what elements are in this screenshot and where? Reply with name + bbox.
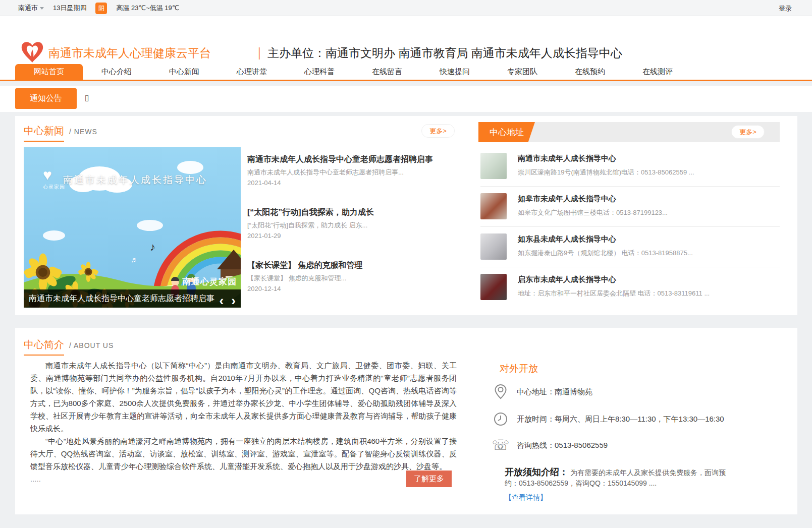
news-item-title: [“太阳花”行动]自我探索，助力成长 [247, 207, 462, 218]
nav-tab-psych-lecture[interactable]: 心理讲堂 [218, 64, 286, 80]
address-detail: 如东掘港泰山路9号（规划馆北楼） 电话：0513-81958875... [518, 249, 693, 258]
open-info-section: 对外开放 中心地址：南通博物苑 开放时间：每周六、周日上午 [478, 328, 786, 514]
news-item-date: 2020-12-14 [247, 285, 462, 292]
news-section-header: 中心新闻 / NEWS [24, 124, 97, 142]
notice-strip: 通知公告 ▯ [0, 86, 812, 112]
site-title: 南通市未成年人心理健康云平台 [48, 45, 211, 61]
news-address-card: 中心新闻 / NEWS 更多> [15, 116, 797, 315]
open-hours-text: 开放时间：每周六、周日上午8:30—11:30，下午13:30—16:30 [517, 415, 724, 424]
nav-tab-online-booking[interactable]: 在线预约 [556, 64, 624, 80]
banner-logo: ♥ 心灵家园 [43, 167, 65, 191]
login-link[interactable]: 登录 [779, 4, 792, 13]
address-name: 启东市未成年人成长指导中心 [518, 275, 710, 284]
open-notice-block: 开放须知介绍： 为有需要的未成年人及家长提供免费服务，面询预约：0513-850… [505, 467, 733, 489]
carousel-arrows: ‹ › [219, 293, 238, 308]
nav-tab-expert-team[interactable]: 专家团队 [489, 64, 556, 80]
news-more-button[interactable]: 更多> [421, 124, 455, 138]
notice-ticker-text: ▯ [85, 93, 89, 102]
site-header: 南通市未成年人心理健康云平台 ｜ 主办单位：南通市文明办 南通市教育局 南通市未… [0, 16, 812, 64]
carousel-caption[interactable]: 南通市未成年人成长指导中心童老师志愿者招聘启事 [24, 289, 241, 308]
about-section-title: 中心简介 [24, 338, 64, 356]
address-item[interactable]: 启东市未成年人成长指导中心 地址：启东市和平一村社区居委会北隔壁 电话：0513… [480, 267, 780, 307]
address-header-bar: 中心地址 更多> [478, 122, 780, 142]
about-section-header: 中心简介 / ABOUT US [24, 338, 114, 356]
city-label: 南通市 [18, 4, 38, 13]
nav-tab-quick-question[interactable]: 快速提问 [421, 64, 489, 80]
topbar-left: 南通市 13日星期四 阴 高温 23℃~低温 19℃ [18, 0, 179, 16]
nav-tab-center-news[interactable]: 中心新闻 [150, 64, 218, 80]
news-item[interactable]: 南通市未成年人成长指导中心童老师志愿者招聘启事 南通市未成年人成长指导中心童老师… [247, 154, 462, 187]
news-section-title: 中心新闻 [24, 124, 64, 142]
telephone-icon: ☏ [493, 437, 509, 454]
temperature-label: 高温 23℃~低温 19℃ [116, 4, 179, 13]
news-carousel[interactable]: ♪ ♬ ♥ 心灵家园 南通市未成年人成长指导中心 南通心灵家园 南通市未成年人成… [24, 147, 241, 308]
news-item-title: 【家长课堂】 焦虑的克服和管理 [247, 260, 462, 271]
news-section-subtitle: / NEWS [69, 128, 97, 136]
address-list: 南通市未成年人成长指导中心 崇川区濠南路19号(南通博物苑北馆)电话：0513-… [480, 146, 780, 307]
news-item-date: 2021-04-14 [247, 179, 462, 187]
open-address-row: 中心地址：南通博物苑 [493, 383, 592, 400]
open-notice-label: 开放须知介绍： [505, 467, 568, 477]
news-item[interactable]: 【家长课堂】 焦虑的克服和管理 【家长课堂】 焦虑的克服和管理... 2020-… [247, 260, 462, 292]
nav-tab-psych-science[interactable]: 心理科普 [286, 64, 353, 80]
nav-tabs: 网站首页 中心介绍 中心新闻 心理讲堂 心理科普 在线留言 快速提问 专家团队 … [15, 64, 732, 80]
address-section-title: 中心地址 [478, 122, 535, 142]
top-utility-bar: 南通市 13日星期四 阴 高温 23℃~低温 19℃ 登录 [0, 0, 812, 16]
address-name: 如东县未成年人成长指导中心 [518, 234, 693, 244]
nav-tab-online-assessment[interactable]: 在线测评 [624, 64, 691, 80]
banner-heart-icon: ♥ [43, 167, 65, 183]
address-item[interactable]: 南通市未成年人成长指导中心 崇川区濠南路19号(南通博物苑北馆)电话：0513-… [480, 146, 780, 187]
open-address-text: 中心地址：南通博物苑 [517, 387, 592, 397]
about-open-card: 中心简介 / ABOUT US 南通市未成年人成长指导中心（以下简称“中心”）是… [15, 328, 797, 514]
weather-badge: 阴 [95, 3, 107, 14]
about-ellipsis: ..... [30, 473, 457, 485]
news-item-desc: 南通市未成年人成长指导中心童老师志愿者招聘启事... [247, 168, 462, 177]
svg-text:♬: ♬ [131, 255, 138, 264]
banner-watermark: 南通心灵家园 [182, 276, 237, 287]
address-name: 如皋市未成年人成长指导中心 [518, 194, 668, 204]
svg-text:♪: ♪ [150, 241, 155, 253]
address-name: 南通市未成年人成长指导中心 [518, 154, 694, 163]
open-hours-row: 开放时间：每周六、周日上午8:30—11:30，下午13:30—16:30 [493, 410, 724, 428]
about-paragraph-2: “中心”地处风景秀丽的南通濠河之畔南通博物苑内，拥有一座独立的两层木结构楼房，建… [30, 435, 457, 473]
banner-logo-subtext: 心灵家园 [43, 184, 65, 191]
notice-button[interactable]: 通知公告 [15, 88, 77, 109]
address-item[interactable]: 如东县未成年人成长指导中心 如东掘港泰山路9号（规划馆北楼） 电话：0513-8… [480, 227, 780, 267]
address-thumbnail [480, 153, 507, 179]
carousel-caption-text: 南通市未成年人成长指导中心童老师志愿者招聘启事 [29, 294, 214, 304]
about-section-subtitle: / ABOUT US [69, 341, 114, 349]
nav-tab-online-message[interactable]: 在线留言 [353, 64, 421, 80]
primary-nav: 网站首页 中心介绍 中心新闻 心理讲堂 心理科普 在线留言 快速提问 专家团队 … [0, 64, 812, 81]
nav-tab-home[interactable]: 网站首页 [15, 64, 83, 80]
page-root: 南通市 13日星期四 阴 高温 23℃~低温 19℃ 登录 南通市未成年人心理健… [0, 0, 812, 528]
news-item-desc: 【家长课堂】 焦虑的克服和管理... [247, 274, 462, 283]
about-more-button[interactable]: 了解更多 [406, 471, 452, 487]
open-hotline-row: ☏ 咨询热线：0513-85062559 [493, 437, 608, 454]
about-text: 南通市未成年人成长指导中心（以下简称“中心”）是由南通市文明办、教育局、文广旅局… [30, 359, 457, 485]
chevron-down-icon [40, 7, 44, 10]
address-detail: 地址：启东市和平一村社区居委会北隔壁 电话：0513-83119611 ... [518, 289, 710, 298]
address-thumbnail [480, 233, 507, 260]
carousel-next-button[interactable]: › [231, 293, 238, 308]
clock-icon [493, 410, 509, 428]
title-separator: ｜ [253, 44, 265, 61]
open-info-title: 对外开放 [500, 362, 538, 375]
address-section: 中心地址 更多> 南通市未成年人成长指导中心 崇川区濠南路19号(南通博物苑北馆… [478, 116, 780, 315]
address-item[interactable]: 如皋市未成年人成长指导中心 如皋市文化广场图书馆三楼电话：0513-871991… [480, 187, 780, 227]
banner-title: 南通市未成年人成长指导中心 [63, 173, 207, 187]
address-more-button[interactable]: 更多> [731, 125, 765, 139]
carousel-prev-button[interactable]: ‹ [219, 293, 226, 308]
nav-tab-center-intro[interactable]: 中心介绍 [83, 64, 150, 80]
address-detail: 如皋市文化广场图书馆三楼电话：0513-87199123... [518, 208, 668, 217]
date-label: 13日星期四 [53, 4, 86, 13]
address-thumbnail [480, 193, 507, 219]
view-detail-link[interactable]: 【查看详情】 [505, 493, 547, 502]
address-detail: 崇川区濠南路19号(南通博物苑北馆)电话：0513-85062559 ... [518, 168, 694, 177]
news-item-desc: [“太阳花”行动]自我探索，助力成长 启东... [247, 221, 462, 230]
address-thumbnail [480, 274, 507, 300]
news-item-title: 南通市未成年人成长指导中心童老师志愿者招聘启事 [247, 154, 462, 165]
organizer-line: 主办单位：南通市文明办 南通市教育局 南通市未成年人成长指导中心 [267, 45, 622, 61]
city-selector[interactable]: 南通市 [18, 4, 44, 13]
about-paragraph-1: 南通市未成年人成长指导中心（以下简称“中心”）是由南通市文明办、教育局、文广旅局… [30, 359, 457, 435]
news-item[interactable]: [“太阳花”行动]自我探索，助力成长 [“太阳花”行动]自我探索，助力成长 启东… [247, 207, 462, 240]
